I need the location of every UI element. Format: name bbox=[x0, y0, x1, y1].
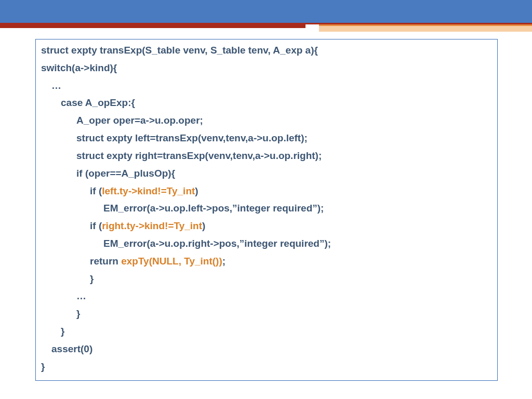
code-line: EM_error(a->u.op.right->pos,”integer req… bbox=[41, 235, 492, 252]
code-line: … bbox=[41, 77, 492, 95]
code-line: } bbox=[41, 323, 492, 340]
code-line: } bbox=[41, 270, 492, 288]
accent-white-segment bbox=[305, 24, 319, 32]
code-line: case A_opExp:{ bbox=[41, 94, 492, 112]
code-line: return expTy(NULL, Ty_int()); bbox=[41, 252, 492, 270]
code-line: switch(a->kind){ bbox=[41, 59, 492, 77]
code-line: struct expty left=transExp(venv,tenv,a->… bbox=[41, 129, 492, 147]
code-line: if (oper==A_plusOp){ bbox=[41, 165, 492, 182]
code-line: assert(0) bbox=[41, 340, 492, 358]
slide: struct expty transExp(S_table venv, S_ta… bbox=[0, 0, 532, 399]
header-accent bbox=[305, 24, 532, 32]
code-line: } bbox=[41, 358, 492, 376]
accent-orange-segment bbox=[319, 24, 532, 32]
code-line: A_oper oper=a->u.op.oper; bbox=[41, 112, 492, 129]
code-line: if (right.ty->kind!=Ty_int) bbox=[41, 217, 492, 235]
code-line: } bbox=[41, 305, 492, 323]
code-line: EM_error(a->u.op.left->pos,”integer requ… bbox=[41, 200, 492, 217]
code-box: struct expty transExp(S_table venv, S_ta… bbox=[35, 39, 498, 381]
code-line: if (left.ty->kind!=Ty_int) bbox=[41, 182, 492, 200]
code-line: … bbox=[41, 287, 492, 305]
code-line: struct expty transExp(S_table venv, S_ta… bbox=[41, 42, 492, 59]
code-line: struct expty right=transExp(venv,tenv,a-… bbox=[41, 147, 492, 165]
header-blue-bar bbox=[0, 0, 532, 23]
